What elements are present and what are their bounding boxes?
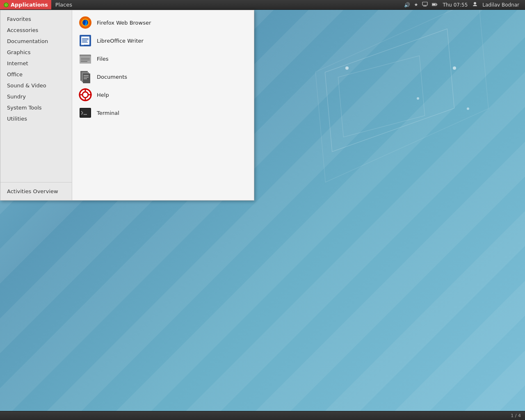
svg-rect-32 (84, 78, 87, 79)
taskbar-left: Applications Places (0, 0, 76, 9)
applications-menu-button[interactable]: Applications (0, 0, 51, 9)
sidebar-item-sound-video[interactable]: Sound & Video (0, 80, 72, 91)
terminal-icon: _ (79, 106, 92, 119)
app-item-files[interactable]: Files (72, 50, 254, 68)
sidebar-item-favorites[interactable]: Favorites (0, 14, 72, 25)
places-menu-button[interactable]: Places (51, 0, 76, 9)
sidebar-item-sundry[interactable]: Sundry (0, 91, 72, 102)
taskbar-time: Thu 07:55 (440, 2, 470, 8)
highlight-dot-3 (417, 97, 419, 100)
sidebar-item-activities-overview[interactable]: Activities Overview (0, 186, 72, 197)
svg-text:W: W (81, 43, 84, 46)
battery-icon[interactable] (430, 2, 439, 8)
writer-icon: W (79, 34, 92, 47)
app-label-files: Files (97, 56, 109, 62)
sidebar-item-office[interactable]: Office (0, 69, 72, 80)
sidebar-item-system-tools[interactable]: System Tools (0, 102, 72, 113)
menu-sidebar: Favorites Accessories Documentation Grap… (0, 10, 72, 200)
user-name[interactable]: Ladilav Bodnar (480, 2, 522, 8)
taskbar-right: 🔊 ★ Thu 07:55 Ladilav Bodnar (402, 0, 525, 9)
app-label-help: Help (97, 92, 109, 98)
documents-icon (79, 70, 92, 83)
app-item-help[interactable]: Help (72, 86, 254, 104)
svg-rect-3 (422, 2, 427, 5)
files-icon (79, 52, 92, 65)
svg-rect-8 (436, 4, 437, 5)
app-label-terminal: Terminal (97, 110, 119, 116)
sidebar-item-accessories[interactable]: Accessories (0, 25, 72, 36)
svg-rect-30 (84, 75, 89, 76)
sidebar-item-utilities[interactable]: Utilities (0, 113, 72, 124)
app-item-documents[interactable]: Documents (72, 68, 254, 86)
places-label: Places (55, 2, 72, 8)
svg-rect-31 (84, 77, 89, 78)
svg-rect-24 (81, 58, 90, 59)
app-label-firefox: Firefox Web Browser (97, 20, 151, 26)
svg-rect-25 (81, 59, 90, 60)
app-label-writer: LibreOffice Writer (97, 38, 144, 44)
statusbar-text: 1 / 4 (511, 413, 521, 418)
applications-label: Applications (11, 2, 48, 8)
sidebar-item-graphics[interactable]: Graphics (0, 47, 72, 58)
sidebar-item-documentation[interactable]: Documentation (0, 36, 72, 47)
volume-icon[interactable]: 🔊 (402, 2, 412, 8)
app-item-libreoffice-writer[interactable]: W LibreOffice Writer (72, 32, 254, 50)
svg-rect-26 (81, 61, 87, 62)
app-item-terminal[interactable]: _ Terminal (72, 104, 254, 122)
svg-point-10 (474, 2, 476, 5)
svg-rect-9 (432, 4, 436, 5)
highlight-dot-2 (453, 66, 456, 70)
app-menu-popup: Favorites Accessories Documentation Grap… (0, 10, 254, 201)
menu-content: Firefox Web Browser W LibreOffice Writer (72, 10, 254, 200)
highlight-dot-1 (345, 66, 349, 70)
statusbar: 1 / 4 (0, 411, 525, 420)
svg-point-2 (5, 4, 7, 6)
firefox-icon (79, 16, 92, 29)
taskbar: Applications Places 🔊 ★ Thu 07:55 Ladila… (0, 0, 525, 10)
bluetooth-icon[interactable]: ★ (413, 2, 420, 7)
app-label-documents: Documents (97, 74, 127, 80)
mate-icon (3, 2, 9, 8)
svg-rect-23 (80, 55, 84, 56)
display-icon[interactable] (420, 2, 429, 8)
app-item-firefox[interactable]: Firefox Web Browser (72, 14, 254, 32)
sidebar-item-internet[interactable]: Internet (0, 58, 72, 69)
help-icon (79, 88, 92, 101)
user-icon (471, 2, 479, 8)
sidebar-bottom: Activities Overview (0, 182, 72, 197)
highlight-dot-4 (467, 107, 469, 110)
